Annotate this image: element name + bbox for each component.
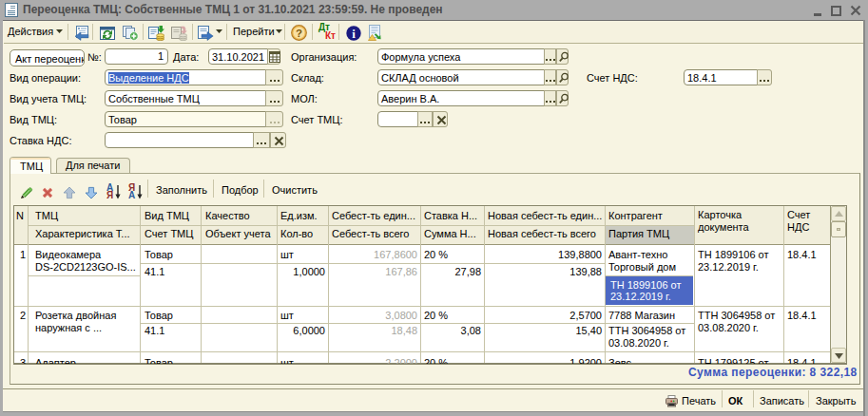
svg-text:?: ? — [296, 28, 302, 39]
svg-text:i: i — [352, 27, 356, 41]
